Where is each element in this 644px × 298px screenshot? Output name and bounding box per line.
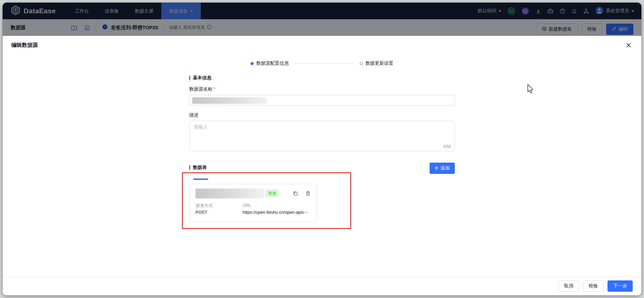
step-connector <box>295 63 354 64</box>
pencil-icon <box>612 27 616 32</box>
url-value: https://open.feishu.cn/open-apis⋯ <box>243 210 311 215</box>
dataset-hexagon-icon <box>542 26 547 32</box>
modal-header: 编辑数据源 <box>3 36 641 54</box>
nav-item-datascreen[interactable]: 数据大屏 <box>127 3 161 19</box>
cancel-button[interactable]: 取消 <box>558 280 579 292</box>
step-update-settings: 数据更新设置 <box>360 60 393 66</box>
creator-label: 创建人:系统管理员 <box>169 25 212 31</box>
status-badge: 有效 <box>265 189 279 197</box>
assistant-bot-icon[interactable] <box>522 7 529 15</box>
brand-name: DataEase <box>24 7 56 15</box>
new-folder-icon[interactable] <box>71 25 77 31</box>
edit-button[interactable]: 编辑 <box>606 24 633 35</box>
modal-footer: 取消 校验 下一步 <box>3 276 641 295</box>
chevron-down-icon <box>499 10 501 12</box>
description-field-label: 描述 <box>189 112 455 118</box>
modal-title: 编辑数据源 <box>11 42 38 49</box>
validate-button-toolbar[interactable]: 校验 <box>582 24 602 35</box>
chevron-down-icon <box>631 10 634 12</box>
add-table-button[interactable]: 添加 <box>430 163 455 174</box>
main-nav: 工作台 仪表板 数据大屏 数据准备 <box>67 3 201 19</box>
card-detail-grid: 请求方式 URL POST https://open.feishu.cn/ope… <box>196 203 311 215</box>
api-datasource-icon <box>102 24 108 31</box>
help-icon[interactable] <box>560 8 565 14</box>
section-basic-info: 基本信息 <box>189 75 455 81</box>
info-icon[interactable] <box>207 25 212 31</box>
notification-bell-icon[interactable] <box>572 8 577 14</box>
method-label: 请求方式 <box>196 203 243 209</box>
download-icon[interactable] <box>535 8 541 14</box>
data-tables-section: 数据表 添加 有效 <box>189 165 455 222</box>
next-step-button[interactable]: 下一步 <box>607 280 633 292</box>
method-value: POST <box>196 210 243 215</box>
breadcrumb: 老爸没到-野榜TOP20 创建人:系统管理员 <box>96 19 536 36</box>
new-dataset-button[interactable]: 新建数据集 <box>536 24 578 35</box>
datasource-name-input[interactable] <box>189 95 455 106</box>
tables-head: 数据表 添加 <box>189 165 455 174</box>
new-datasource-icon[interactable] <box>85 25 90 31</box>
step-active-dot <box>251 62 254 65</box>
user-menu[interactable]: 系统管理员 <box>595 6 634 16</box>
edit-datasource-modal: 编辑数据源 数据源配置信息 数据更新设置 基本信息 数据源名称 描述 <box>3 36 641 295</box>
copilot-icon[interactable] <box>508 7 515 15</box>
org-structure-icon[interactable] <box>583 8 589 14</box>
step-pending-dot <box>360 62 363 65</box>
validate-button[interactable]: 校验 <box>583 280 604 292</box>
copy-icon[interactable] <box>293 191 298 196</box>
panel-title: 数据源 <box>11 25 26 31</box>
nav-item-workbench[interactable]: 工作台 <box>67 3 97 19</box>
datasource-title: 老爸没到-野榜TOP20 <box>111 25 158 31</box>
chevron-down-icon <box>190 10 193 12</box>
dataease-hexagon-icon <box>11 5 21 17</box>
toolbar-actions: 新建数据集 校验 编辑 <box>536 19 641 36</box>
datasource-form: 基本信息 数据源名称 描述 0/50 数据表 添加 <box>189 75 455 222</box>
name-field-label: 数据源名称 <box>189 86 455 92</box>
avatar <box>595 6 604 16</box>
api-table-card: 有效 请求方式 URL POST <box>189 184 317 222</box>
top-navbar: DataEase 工作台 仪表板 数据大屏 数据准备 默认组织 <box>3 3 641 19</box>
censored-name-value <box>192 97 267 104</box>
card-actions <box>293 191 311 196</box>
description-textarea-wrap: 0/50 <box>189 121 455 151</box>
url-label: URL <box>243 203 311 209</box>
description-textarea[interactable] <box>190 121 454 151</box>
plus-icon <box>435 166 439 171</box>
org-switcher[interactable]: 默认组织 <box>478 8 501 14</box>
censored-table-name <box>196 188 265 198</box>
app-window: DataEase 工作台 仪表板 数据大屏 数据准备 默认组织 <box>3 3 641 295</box>
brand-logo[interactable]: DataEase <box>11 5 56 17</box>
nav-item-data-prep[interactable]: 数据准备 <box>161 3 201 19</box>
active-tab-indicator[interactable] <box>193 179 208 180</box>
divider <box>163 25 164 30</box>
app-chrome: DataEase 工作台 仪表板 数据大屏 数据准备 默认组织 <box>3 3 641 36</box>
card-title-row: 有效 <box>196 188 311 198</box>
datasource-toolbar: 数据源 老爸没到-野榜TOP20 创建人:系统管理员 <box>3 19 641 36</box>
nav-item-dashboard[interactable]: 仪表板 <box>97 3 127 19</box>
toolbox-icon[interactable] <box>547 8 553 14</box>
close-icon[interactable] <box>624 41 633 49</box>
section-data-tables: 数据表 <box>189 165 207 171</box>
char-counter: 0/50 <box>443 144 451 149</box>
datasource-panel-header: 数据源 <box>3 19 96 36</box>
step-config-info: 数据源配置信息 <box>251 60 289 66</box>
wizard-stepper: 数据源配置信息 数据更新设置 <box>3 60 641 66</box>
trash-icon[interactable] <box>305 191 311 196</box>
navbar-right: 默认组织 <box>478 6 634 16</box>
